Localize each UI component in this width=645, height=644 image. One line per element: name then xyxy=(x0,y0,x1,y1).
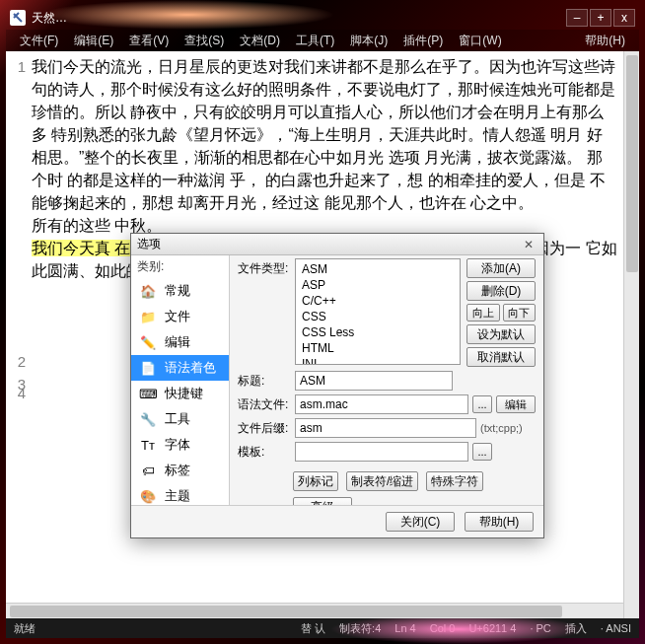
title-input[interactable] xyxy=(295,371,453,391)
ft-item-asp[interactable]: ASP xyxy=(300,277,456,293)
window-title: 天然… xyxy=(32,10,67,27)
grammar-label: 语法文件: xyxy=(238,396,291,413)
dialog-close-btn[interactable]: 关闭(C) xyxy=(386,512,455,532)
tag-icon: 🏷 xyxy=(137,462,159,479)
menu-file[interactable]: 文件(F) xyxy=(12,31,66,51)
theme-icon: 🎨 xyxy=(137,487,159,505)
ft-item-css[interactable]: CSS xyxy=(300,309,456,324)
dialog-titlebar[interactable]: 选项 ✕ xyxy=(131,234,543,255)
scrollbar-horizontal[interactable] xyxy=(6,603,623,618)
ft-item-html[interactable]: HTML xyxy=(300,340,456,356)
status-ready: 就绪 xyxy=(14,621,36,636)
scrollbar-vertical[interactable] xyxy=(623,51,639,618)
settings-panel: 文件类型: ASM ASP C/C++ CSS CSS Less HTML IN… xyxy=(230,255,543,505)
pencil-icon: ✏️ xyxy=(137,333,159,351)
cat-file[interactable]: 📁文件 xyxy=(131,304,229,329)
cat-label[interactable]: 🏷标签 xyxy=(131,458,229,483)
ft-item-cpp[interactable]: C/C++ xyxy=(300,293,456,309)
scrollbar-thumb[interactable] xyxy=(626,55,638,272)
ft-item-asm[interactable]: ASM xyxy=(300,261,456,277)
ext-hint: (txt;cpp;) xyxy=(480,422,536,434)
folder-icon: 📁 xyxy=(137,308,159,325)
menu-tools[interactable]: 工具(T) xyxy=(288,31,342,51)
cat-font[interactable]: T⁠т字体 xyxy=(131,432,229,458)
syntax-icon: 📄 xyxy=(137,359,159,377)
status-ins: 插入 xyxy=(565,621,587,636)
close-button[interactable]: x xyxy=(613,9,635,27)
dialog-close-button[interactable]: ✕ xyxy=(520,237,538,252)
paragraph-1[interactable]: 我们今天的流光，日月星辰的更迭对我们来讲都不是那么在乎了。因为也许写这些诗句的诗… xyxy=(32,55,617,214)
options-dialog: 选项 ✕ 类别: 🏠常规 📁文件 ✏️编辑 📄语法着色 ⌨快捷键 🔧工具 T⁠т… xyxy=(130,233,544,538)
menu-help[interactable]: 帮助(H) xyxy=(577,31,633,51)
ext-input[interactable] xyxy=(295,418,476,438)
template-input[interactable] xyxy=(295,442,468,462)
scrollbar-thumb[interactable] xyxy=(10,606,562,617)
maximize-button[interactable]: + xyxy=(590,9,611,27)
line-number: 2 xyxy=(6,350,28,373)
ext-label: 文件后缀: xyxy=(238,420,291,437)
category-panel: 类别: 🏠常规 📁文件 ✏️编辑 📄语法着色 ⌨快捷键 🔧工具 T⁠т字体 🏷标… xyxy=(131,255,230,505)
edit-button[interactable]: 编辑 xyxy=(496,395,536,413)
dialog-title: 选项 xyxy=(137,236,161,252)
browse-grammar-button[interactable]: ... xyxy=(472,395,492,413)
minimize-button[interactable]: – xyxy=(566,9,588,27)
font-icon: T⁠т xyxy=(137,436,159,454)
add-button[interactable]: 添加(A) xyxy=(466,258,536,278)
special-chars-button[interactable]: 特殊字符 xyxy=(426,471,483,491)
ft-item-less[interactable]: CSS Less xyxy=(300,324,456,340)
editor-area[interactable]: 1 2 3 4 我们今天的流光，日月星辰的更迭对我们来讲都不是那么在乎了。因为也… xyxy=(6,51,639,618)
title-label: 标题: xyxy=(238,373,291,390)
cat-syntax[interactable]: 📄语法着色 xyxy=(131,355,229,381)
menu-plugin[interactable]: 插件(P) xyxy=(395,31,451,51)
status-tabs: 制表符:4 xyxy=(339,621,381,636)
column-marker-button[interactable]: 列标记 xyxy=(293,471,338,491)
up-button[interactable]: 向上 xyxy=(466,304,500,322)
titlebar: 天然… – + x xyxy=(6,6,639,30)
line-number: 4 xyxy=(6,382,28,404)
status-enc: · ANSI xyxy=(601,622,631,634)
wrench-icon: 🔧 xyxy=(137,410,159,428)
advanced-button[interactable]: 高级 xyxy=(293,497,352,505)
status-col: Col 0 xyxy=(430,622,456,634)
grammar-input[interactable] xyxy=(295,394,468,414)
delete-button[interactable]: 删除(D) xyxy=(466,281,536,301)
template-label: 模板: xyxy=(238,444,291,461)
set-default-button[interactable]: 设为默认 xyxy=(466,324,536,344)
status-pc: · PC xyxy=(530,622,550,634)
menubar: 文件(F) 编辑(E) 查看(V) 查找(S) 文档(D) 工具(T) 脚本(J… xyxy=(6,30,639,51)
cat-shortcut[interactable]: ⌨快捷键 xyxy=(131,381,229,406)
cat-tools[interactable]: 🔧工具 xyxy=(131,406,229,432)
down-button[interactable]: 向下 xyxy=(503,304,537,322)
cat-edit[interactable]: ✏️编辑 xyxy=(131,329,229,355)
status-unicode: U+6211 4 xyxy=(468,622,516,634)
menu-search[interactable]: 查找(S) xyxy=(177,31,232,51)
app-icon xyxy=(10,10,26,26)
unset-default-button[interactable]: 取消默认 xyxy=(466,347,536,367)
menu-script[interactable]: 脚本(J) xyxy=(342,31,395,51)
category-header: 类别: xyxy=(131,255,229,278)
tab-indent-button[interactable]: 制表符/缩进 xyxy=(346,471,418,491)
line-number: 1 xyxy=(6,55,28,78)
status-seg: 替 认 xyxy=(301,621,325,636)
statusbar: 就绪 替 认 制表符:4 Ln 4 Col 0 U+6211 4 · PC 插入… xyxy=(6,618,639,638)
dialog-help-btn[interactable]: 帮助(H) xyxy=(465,512,534,532)
keyboard-icon: ⌨ xyxy=(137,385,159,402)
filetype-header: 文件类型: xyxy=(238,258,289,277)
menu-window[interactable]: 窗口(W) xyxy=(451,31,509,51)
cat-theme[interactable]: 🎨主题 xyxy=(131,483,229,505)
menu-document[interactable]: 文档(D) xyxy=(232,31,288,51)
status-line: Ln 4 xyxy=(394,622,415,634)
menu-view[interactable]: 查看(V) xyxy=(121,31,177,51)
home-icon: 🏠 xyxy=(137,282,159,300)
filetype-list[interactable]: ASM ASP C/C++ CSS CSS Less HTML INI xyxy=(295,258,461,365)
ft-item-ini[interactable]: INI xyxy=(300,356,456,365)
browse-template-button[interactable]: ... xyxy=(472,443,492,461)
cat-general[interactable]: 🏠常规 xyxy=(131,278,229,304)
menu-edit[interactable]: 编辑(E) xyxy=(66,31,121,51)
